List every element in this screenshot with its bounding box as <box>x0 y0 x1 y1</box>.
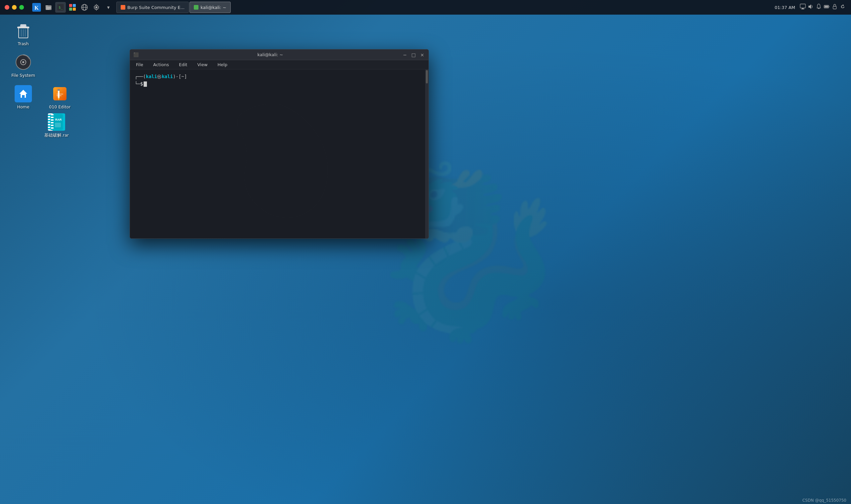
notifications-tray-icon[interactable] <box>816 4 822 11</box>
prompt-dollar: $ <box>140 80 143 87</box>
terminal-minimize-button[interactable]: − <box>402 52 408 58</box>
terminal-titlebar: ⬛ kali@kali: ~ − □ × <box>130 50 429 60</box>
svg-rect-17 <box>800 4 805 8</box>
svg-rect-3 <box>46 5 48 6</box>
lock-tray-icon[interactable] <box>832 4 838 11</box>
terminal-menu-help[interactable]: Help <box>215 61 229 68</box>
refresh-tray-icon[interactable] <box>840 4 846 11</box>
terminal-prompt-line-2: └─$ <box>134 80 424 87</box>
footer-bar: CSDN @qq_51550750 <box>798 497 851 504</box>
browser-taskbar-icon[interactable] <box>79 2 90 13</box>
volume-tray-icon[interactable] <box>808 4 814 11</box>
trash-icon-label: Trash <box>18 41 29 46</box>
svg-rect-11 <box>69 8 72 11</box>
editor-desktop-icon[interactable]: 010 Editor <box>43 83 76 111</box>
svg-rect-50 <box>51 117 54 118</box>
svg-rect-51 <box>51 119 54 121</box>
svg-rect-22 <box>829 6 829 7</box>
terminal-dragon-watermark <box>130 70 429 238</box>
home-icon-label: Home <box>17 104 30 109</box>
terminal-window-controls: − □ × <box>402 52 425 58</box>
svg-rect-45 <box>56 95 61 96</box>
footer-text: CSDN @qq_51550750 <box>802 498 846 503</box>
battery-tray-icon[interactable] <box>824 4 830 11</box>
settings-taskbar-icon[interactable] <box>91 2 102 13</box>
svg-rect-54 <box>51 127 54 129</box>
trash-icon-image <box>15 22 32 39</box>
home-icon-image <box>15 85 32 102</box>
terminal-close-button[interactable]: × <box>419 52 425 58</box>
file-manager-icon[interactable] <box>43 2 54 13</box>
svg-rect-5 <box>46 8 51 8</box>
terminal-cursor <box>144 82 147 87</box>
svg-rect-49 <box>51 114 54 115</box>
svg-rect-43 <box>57 89 60 91</box>
svg-point-30 <box>19 25 28 27</box>
rar-desktop-icon[interactable]: RAR 基础破解.rar <box>40 111 73 140</box>
rar-icon-image: RAR <box>48 113 65 131</box>
terminal-window: ⬛ kali@kali: ~ − □ × File Actions Edit V… <box>130 49 429 239</box>
mac-minimize-button[interactable] <box>12 5 17 10</box>
svg-rect-19 <box>801 9 804 9</box>
svg-rect-52 <box>51 122 54 123</box>
trash-desktop-icon[interactable]: Trash <box>7 20 40 48</box>
filesystem-icon-label: File System <box>11 73 35 78</box>
rar-icon-bg: RAR <box>48 113 65 131</box>
terminal-menu-file[interactable]: File <box>134 61 145 68</box>
home-desktop-icon[interactable]: Home <box>7 83 40 111</box>
panel-dropdown-icon[interactable]: ▼ <box>103 2 114 13</box>
svg-rect-9 <box>69 4 72 7</box>
terminal-menubar: File Actions Edit View Help <box>130 60 429 70</box>
terminal-menu-view[interactable]: View <box>195 61 210 68</box>
panel-icon-1[interactable] <box>67 2 78 13</box>
prompt-dir: ~ <box>181 73 184 80</box>
burpsuite-app-label: Burp Suite Community E... <box>127 5 184 10</box>
terminal-title: kali@kali: ~ <box>142 52 399 57</box>
svg-rect-38 <box>22 95 24 98</box>
svg-rect-24 <box>833 6 836 9</box>
svg-point-16 <box>95 6 97 8</box>
svg-point-57 <box>253 127 306 194</box>
terminal-maximize-button[interactable]: □ <box>411 52 417 58</box>
svg-text:RAR: RAR <box>55 118 62 121</box>
prompt-bracket-open: ┌──( <box>134 73 146 80</box>
terminal-scrollbar-thumb[interactable] <box>426 70 428 84</box>
display-tray-icon[interactable] <box>800 4 806 11</box>
mac-window-controls <box>0 5 29 10</box>
prompt-user: kali <box>146 73 157 80</box>
terminal-content[interactable]: ┌──(kali㉿kali)-[~] └─$ <box>130 70 429 238</box>
svg-rect-6 <box>46 9 50 10</box>
svg-rect-12 <box>73 8 76 11</box>
svg-rect-53 <box>51 125 54 126</box>
svg-rect-10 <box>73 4 76 7</box>
svg-text:$_: $_ <box>58 5 63 10</box>
mac-close-button[interactable] <box>5 5 9 10</box>
terminal-title-icon: ⬛ <box>133 52 139 57</box>
taskbar-left-icons: K $_ <box>29 2 114 13</box>
clock: 01:37 AM <box>775 5 795 10</box>
taskbar: K $_ <box>0 0 851 15</box>
svg-point-36 <box>22 61 24 63</box>
taskbar-apps: Burp Suite Community E... kali@kali: ~ <box>114 2 775 13</box>
terminal-taskbar-icon[interactable]: $_ <box>55 2 66 13</box>
svg-rect-23 <box>825 6 828 8</box>
terminal-app-label: kali@kali: ~ <box>200 5 226 10</box>
burpsuite-app-button[interactable]: Burp Suite Community E... <box>116 2 189 13</box>
taskbar-tray: 01:37 AM <box>775 4 851 11</box>
terminal-app-button[interactable]: kali@kali: ~ <box>189 2 230 13</box>
terminal-menu-actions[interactable]: Actions <box>151 61 171 68</box>
desktop-icons-row: Home <box>7 83 76 111</box>
editor-icon-image <box>51 85 69 102</box>
prompt-host: kali <box>162 73 173 80</box>
svg-rect-4 <box>46 7 51 8</box>
svg-rect-44 <box>56 94 63 94</box>
terminal-menu-edit[interactable]: Edit <box>177 61 189 68</box>
filesystem-icon-image <box>15 54 32 71</box>
svg-text:K: K <box>35 5 39 11</box>
desktop-icons-container: Trash File System <box>7 20 76 140</box>
filesystem-desktop-icon[interactable]: File System <box>7 52 40 80</box>
terminal-scrollbar[interactable] <box>425 70 429 238</box>
mac-maximize-button[interactable] <box>19 5 24 10</box>
rar-icon-label: 基础破解.rar <box>44 133 69 138</box>
kali-logo-icon[interactable]: K <box>31 2 42 13</box>
